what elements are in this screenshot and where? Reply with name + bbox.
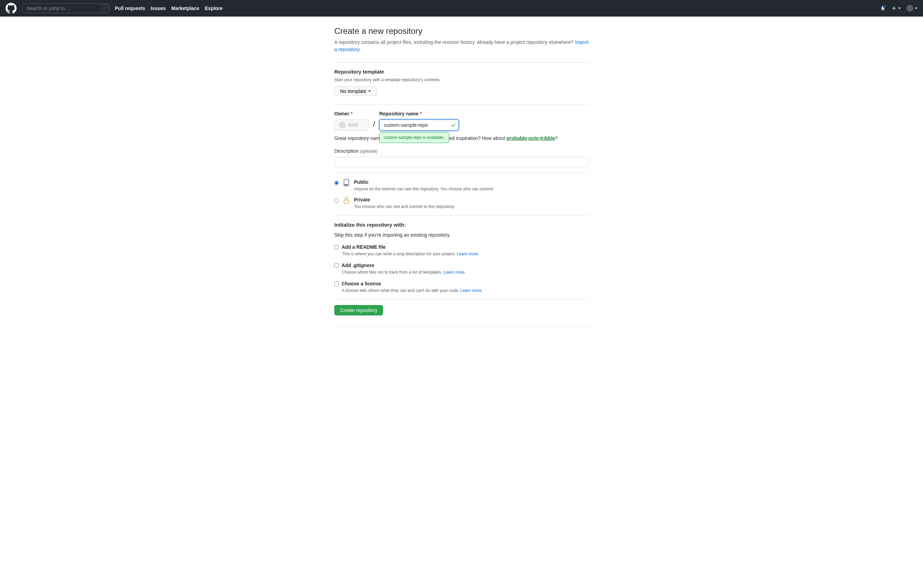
- gitignore-title: Add .gitignore: [342, 262, 374, 269]
- page-subtitle: A repository contains all project files,…: [334, 39, 589, 57]
- create-new-button[interactable]: [891, 5, 901, 11]
- owner-name-row: Owner * / Repository name * custom-sampl…: [334, 110, 589, 131]
- gitignore-desc: Choose which files not to track from a l…: [342, 269, 589, 275]
- user-menu-button[interactable]: [907, 5, 918, 12]
- owner-select-button[interactable]: [334, 120, 369, 131]
- create-repository-button[interactable]: Create repository: [334, 305, 383, 315]
- caret-down-icon: [898, 8, 901, 9]
- search-slash-hint: /: [101, 5, 108, 12]
- readme-desc: This is where you can write a long descr…: [342, 251, 589, 257]
- license-checkbox[interactable]: [334, 282, 339, 286]
- caret-down-icon: [915, 8, 918, 9]
- readme-checkbox[interactable]: [334, 245, 339, 249]
- gitignore-checkbox[interactable]: [334, 263, 339, 268]
- initialize-heading: Initialize this repository with:: [334, 221, 589, 229]
- template-desc: Start your repository with a template re…: [334, 77, 589, 83]
- plus-icon: [891, 5, 897, 11]
- owner-name-placeholder: [348, 123, 358, 127]
- svg-rect-0: [344, 200, 349, 203]
- template-section: Repository template Start your repositor…: [334, 68, 589, 96]
- page-title: Create a new repository: [334, 25, 589, 37]
- nav-pull-requests[interactable]: Pull requests: [115, 5, 145, 12]
- hint-suffix: ?: [555, 136, 558, 141]
- search-input[interactable]: [22, 3, 109, 13]
- notifications-button[interactable]: [880, 5, 886, 11]
- repo-name-input[interactable]: [379, 120, 459, 131]
- owner-group: Owner *: [334, 110, 369, 131]
- gitignore-row: Add .gitignore Choose which files not to…: [334, 262, 589, 275]
- lock-icon: [342, 196, 350, 206]
- check-icon: [450, 122, 456, 130]
- header-left: / Pull requests Issues Marketplace Explo…: [5, 3, 223, 14]
- private-desc: You choose who can see and commit to thi…: [354, 203, 455, 210]
- nav-marketplace[interactable]: Marketplace: [171, 5, 199, 12]
- owner-avatar: [339, 121, 346, 128]
- github-logo[interactable]: [5, 3, 16, 14]
- visibility-public-radio[interactable]: [334, 181, 339, 185]
- nav-issues[interactable]: Issues: [151, 5, 166, 12]
- template-heading: Repository template: [334, 68, 589, 76]
- gitignore-learn-more-link[interactable]: Learn more.: [443, 270, 466, 275]
- license-row: Choose a license A license tells others …: [334, 280, 589, 294]
- private-content: Private You choose who can see and commi…: [354, 196, 455, 210]
- visibility-private-radio[interactable]: [334, 198, 339, 203]
- description-label: Description: [334, 148, 358, 154]
- visibility-private-row: Private You choose who can see and commi…: [334, 196, 589, 210]
- visibility-public-row: Public Anyone on the internet can see th…: [334, 179, 589, 192]
- initialize-skip: Skip this step if you're importing an ex…: [334, 231, 589, 239]
- new-repo-form: Create a new repository A repository con…: [329, 16, 594, 341]
- caret-down-icon: [368, 90, 371, 92]
- public-title: Public: [354, 179, 494, 186]
- optional-label: (optional): [360, 149, 377, 154]
- nav-explore[interactable]: Explore: [205, 5, 222, 12]
- template-select-button[interactable]: No template: [334, 86, 377, 96]
- repo-icon: [342, 179, 350, 189]
- nav-links: Pull requests Issues Marketplace Explore: [115, 5, 223, 12]
- readme-row: Add a README file This is where you can …: [334, 244, 589, 257]
- search-box: /: [22, 3, 109, 13]
- main-header: / Pull requests Issues Marketplace Explo…: [0, 0, 923, 16]
- readme-title: Add a README file: [342, 244, 386, 251]
- license-learn-more-link[interactable]: Learn more.: [460, 288, 483, 293]
- notification-indicator: [883, 5, 886, 8]
- avatar: [907, 5, 913, 12]
- subtitle-text: A repository contains all project files,…: [334, 39, 575, 45]
- header-right: [880, 5, 918, 12]
- description-input[interactable]: [334, 157, 589, 167]
- license-title: Choose a license: [342, 280, 381, 287]
- public-desc: Anyone on the internet can see this repo…: [354, 186, 494, 192]
- availability-tooltip: custom-sample-repo is available.: [379, 132, 449, 143]
- slash-separator: /: [372, 118, 376, 130]
- public-content: Public Anyone on the internet can see th…: [354, 179, 494, 192]
- repo-name-label: Repository name *: [379, 110, 459, 118]
- description-group: Description (optional): [334, 147, 589, 167]
- repo-name-group: Repository name * custom-sample-repo is …: [379, 110, 459, 131]
- name-hint: Great repository names are short and mem…: [334, 135, 589, 142]
- template-button-label: No template: [340, 88, 366, 94]
- owner-label: Owner *: [334, 110, 369, 118]
- readme-learn-more-link[interactable]: Learn more.: [457, 252, 479, 256]
- license-desc: A license tells others what they can and…: [342, 287, 589, 294]
- suggested-name-link[interactable]: probable-octo-tribble: [506, 136, 555, 141]
- private-title: Private: [354, 196, 455, 203]
